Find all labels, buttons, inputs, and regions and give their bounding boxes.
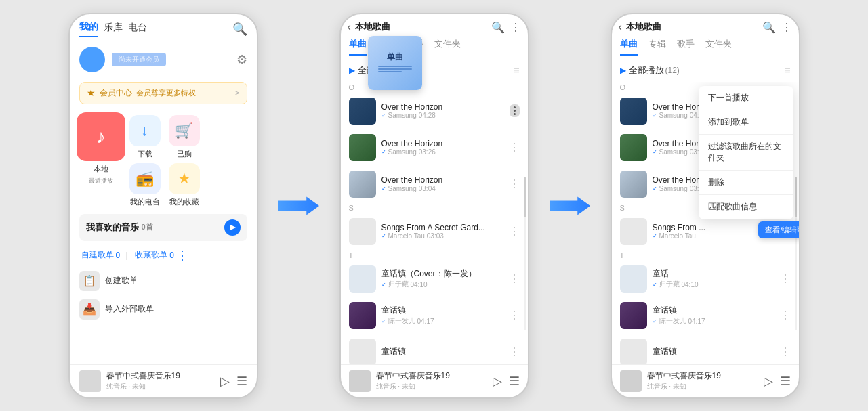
avatar <box>79 47 105 72</box>
tab-mine[interactable]: 我的 <box>79 21 98 37</box>
menu-filter-folder[interactable]: 过滤该歌曲所在的文件夹 <box>699 135 793 171</box>
song-meta: ✓ Marcelo Tau 03:03 <box>381 232 503 240</box>
song-artist: 陈一发儿 <box>659 316 686 326</box>
play-pause-icon[interactable]: ▷ <box>493 374 502 389</box>
playlist-icon[interactable]: ☰ <box>236 374 247 389</box>
song-item-s1[interactable]: Songs From A Secret Gard... ✓ Marcelo Ta… <box>341 213 528 250</box>
search-icon[interactable]: 🔍 <box>232 22 247 37</box>
song-item-t2[interactable]: 童话镇 ✓ 陈一发儿 04:17 ⋮ <box>341 297 528 334</box>
tab-artists[interactable]: 歌手 <box>677 38 695 56</box>
playlist-more-icon[interactable]: ⋮ <box>176 248 188 263</box>
scroll-track[interactable] <box>524 177 526 330</box>
svg-marker-0 <box>278 196 319 215</box>
grid-item-bought[interactable]: 🛒 已购 <box>169 115 200 159</box>
song-item-o1[interactable]: Over the Horizon ✓ Samsung 04:28 <box>341 93 528 129</box>
song-artist: 归于藏 <box>659 280 680 289</box>
more-icon[interactable]: ⋮ <box>781 21 792 34</box>
tab-albums[interactable]: 专辑 <box>648 38 666 56</box>
song-item-o2[interactable]: Over the Horizon ✓ Samsung 03:26 ⋮ <box>341 129 528 166</box>
tab-folders[interactable]: 文件夹 <box>434 38 461 56</box>
tab-radio[interactable]: 电台 <box>128 22 147 37</box>
play-pause-icon[interactable]: ▷ <box>764 374 773 389</box>
song-more-icon[interactable]: ⋮ <box>780 272 791 285</box>
list-view-icon[interactable]: ≡ <box>784 64 790 77</box>
song-thumb <box>620 98 647 125</box>
song-menu-button[interactable] <box>510 104 520 117</box>
search-icon[interactable]: 🔍 <box>762 21 776 34</box>
song-more-icon[interactable]: ⋮ <box>509 345 520 358</box>
song-thumb <box>349 171 376 198</box>
now-playing-title: 春节中式喜庆音乐19 <box>647 370 721 382</box>
back-button[interactable]: ‹ <box>348 21 351 33</box>
tab-songs[interactable]: 单曲 <box>349 38 367 56</box>
song-more-icon[interactable]: ⋮ <box>509 272 520 285</box>
list-view-icon[interactable]: ≡ <box>513 64 519 77</box>
screen3-title: 本地歌曲 <box>626 21 661 33</box>
song-title: 童话 <box>653 268 774 280</box>
tab-folders[interactable]: 文件夹 <box>705 38 732 56</box>
song-thumb <box>349 265 376 293</box>
song-more-icon[interactable]: ⋮ <box>509 309 520 322</box>
my-radio-label: 我的电台 <box>130 197 160 207</box>
song-item-t2[interactable]: 童话镇 ✓ 陈一发儿 04:17 ⋮ <box>612 297 799 334</box>
tab-library[interactable]: 乐库 <box>104 22 123 37</box>
song-info: Over the Horizon ✓ Samsung 03:26 <box>381 139 503 156</box>
scroll-track[interactable] <box>795 177 797 330</box>
song-info: Songs From A Secret Gard... ✓ Marcelo Ta… <box>381 223 503 240</box>
song-more-icon[interactable]: ⋮ <box>509 141 520 154</box>
song-item-t1[interactable]: 童话 ✓ 归于藏 04:10 ⋮ <box>612 261 799 297</box>
grid-item-local[interactable]: ♪ 本地 最近播放 <box>77 112 125 186</box>
more-icon[interactable]: ⋮ <box>510 21 521 34</box>
song-more-icon[interactable]: ⋮ <box>509 225 520 238</box>
search-icon[interactable]: 🔍 <box>491 21 505 34</box>
play-pause-icon[interactable]: ▷ <box>220 374 230 389</box>
back-button[interactable]: ‹ <box>619 21 622 33</box>
song-meta: ✓ Samsung 03:26 <box>381 148 503 156</box>
create-playlist-icon: 📋 <box>79 271 100 291</box>
song-title: 童话镇 <box>381 346 503 358</box>
song-item-o1[interactable]: Over the Horizon ✓ Samsung 04:2 ⋮ 下一首播放 … <box>612 93 799 129</box>
song-item-o3[interactable]: Over the Horizon ✓ Samsung 03:04 ⋮ <box>341 166 528 202</box>
song-title: 童话镇 <box>653 346 774 358</box>
settings-icon[interactable]: ⚙ <box>236 52 247 67</box>
fav-play-button[interactable]: ▶ <box>224 219 241 236</box>
now-playing-thumb <box>79 370 101 392</box>
song-title: 童话镇（Cover：陈一发） <box>381 268 503 280</box>
play-all-row[interactable]: ▶ 全部播放 (12) ≡ <box>612 59 799 82</box>
playlist-icon[interactable]: ☰ <box>509 374 520 389</box>
song-item-t3[interactable]: 童话镇 ⋮ <box>612 334 799 364</box>
song-item-t3[interactable]: 童话镇 ⋮ <box>341 334 528 364</box>
svg-marker-1 <box>550 196 590 215</box>
menu-match-info[interactable]: 匹配歌曲信息 <box>699 195 793 219</box>
grid-item-collect[interactable]: ★ 我的收藏 <box>169 163 200 207</box>
import-playlist-item[interactable]: 📥 导入外部歌单 <box>79 295 247 324</box>
song-more-icon[interactable]: ⋮ <box>780 309 791 322</box>
playlist-icon[interactable]: ☰ <box>780 374 791 389</box>
song-title: Songs From A Secret Gard... <box>381 223 503 232</box>
collected-playlist-label: 收藏歌单 <box>135 249 167 261</box>
menu-delete[interactable]: 删除 <box>699 171 793 195</box>
grid-item-download[interactable]: ↓ 下载 <box>129 115 161 159</box>
menu-next-play[interactable]: 下一首播放 <box>699 86 793 110</box>
username-box[interactable]: 尚未开通会员 <box>112 53 166 66</box>
song-title: 童话镇 <box>653 305 774 316</box>
created-playlist-label: 自建歌单 <box>81 249 114 261</box>
now-playing-bar: 春节中式喜庆音乐19 纯音乐 · 未知 ▷ ☰ <box>612 364 799 397</box>
verified-icon: ✓ <box>381 112 386 118</box>
song-info: 童话 ✓ 归于藏 04:10 <box>653 268 774 289</box>
song-artist: Samsung <box>388 112 417 119</box>
song-duration: 04:10 <box>682 281 699 288</box>
now-playing-artist: 纯音乐 · 未知 <box>647 382 721 391</box>
tab-songs[interactable]: 单曲 <box>620 38 638 56</box>
song-title: 童话镇 <box>381 305 503 316</box>
menu-add-to-playlist[interactable]: 添加到歌单 <box>699 110 793 135</box>
song-more-icon[interactable]: ⋮ <box>509 177 520 190</box>
create-playlist-item[interactable]: 📋 创建歌单 <box>79 267 247 295</box>
vip-banner[interactable]: ★ 会员中心 会员尊享更多特权 > <box>79 82 247 104</box>
playlist-section: 自建歌单 0 | 收藏歌单 0 ⋮ 📋 创建歌单 📥 导入外部歌单 <box>70 244 257 328</box>
grid-item-myradio[interactable]: 📻 我的电台 <box>129 163 161 207</box>
song-item-t1[interactable]: 童话镇（Cover：陈一发） ✓ 归于藏 04:10 ⋮ <box>341 261 528 297</box>
song-more-icon[interactable]: ⋮ <box>780 345 791 358</box>
bought-label: 已购 <box>177 149 192 159</box>
user-row: 尚未开通会员 ⚙ <box>70 41 257 78</box>
